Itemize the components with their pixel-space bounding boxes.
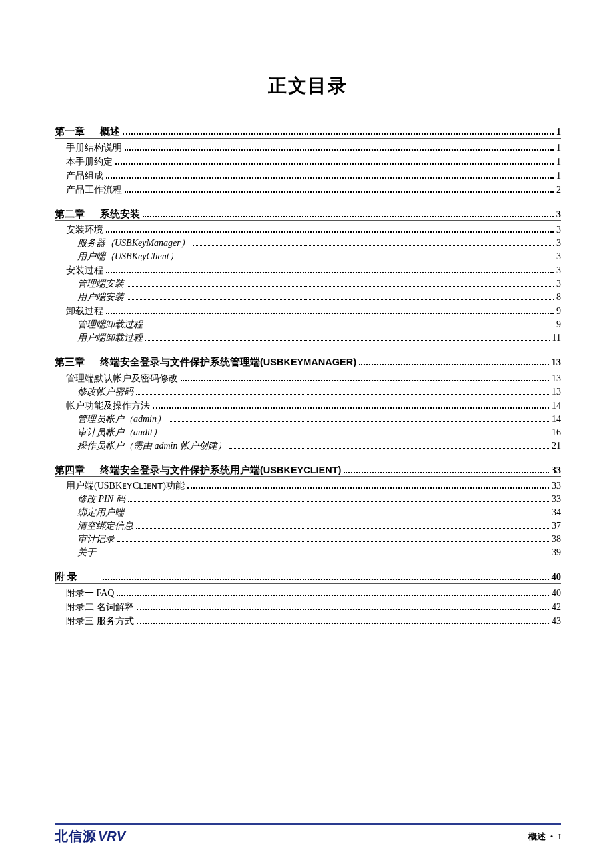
toc-row[interactable]: 管理端安装3 (77, 279, 561, 289)
toc-row[interactable]: 用户端(USBKᴇʏCʟɪᴇɴᴛ)功能33 (66, 481, 561, 491)
toc-row[interactable]: 附录一 FAQ40 (66, 589, 561, 598)
section-divider (55, 138, 561, 139)
leader-dots (125, 191, 554, 193)
toc-row[interactable]: 用户端（USBKeyClient）3 (77, 252, 561, 261)
leader-dots (128, 501, 549, 502)
toc-chapter-label: 第一章 (55, 127, 100, 137)
toc-entry-label: 修改帐户密码 (77, 387, 133, 397)
toc-page-number: 1 (556, 157, 561, 167)
toc-page-number: 9 (556, 307, 561, 316)
footer-rule (55, 823, 561, 825)
toc-entry-label: 用户端（USBKeyClient） (77, 252, 179, 261)
toc-entry-label: 产品组成 (66, 171, 103, 181)
toc-row[interactable]: 安装环境3 (66, 225, 561, 235)
leader-dots (127, 286, 554, 287)
toc-entry-label: 卸载过程 (66, 307, 103, 316)
toc-row[interactable]: 审计员帐户（audit）16 (77, 428, 561, 437)
leader-dots (106, 272, 554, 273)
toc-row[interactable]: 服务器（USBKeyManager）3 (77, 239, 561, 248)
toc-row[interactable]: 产品工作流程2 (66, 185, 561, 195)
toc-row[interactable]: 帐户功能及操作方法14 (66, 401, 561, 411)
leader-dots (117, 595, 549, 596)
leader-dots (115, 163, 554, 165)
toc-entry-label: 系统安装 (100, 209, 140, 219)
toc-row[interactable]: 第四章终端安全登录与文件保护系统用户端(USBKEYCLIENT)33 (55, 465, 561, 475)
toc-page-number: 3 (556, 279, 561, 289)
toc-page-number: 1 (556, 143, 561, 153)
toc-entry-label: 管理端卸载过程 (77, 320, 143, 329)
toc-row[interactable]: 安装过程3 (66, 266, 561, 275)
toc-row[interactable]: 第二章系统安装3 (55, 209, 561, 219)
toc-row[interactable]: 管理端卸载过程9 (77, 320, 561, 329)
toc-entry-label: 手册结构说明 (66, 143, 122, 153)
toc-row[interactable]: 管理员帐户（admin）14 (77, 415, 561, 424)
toc-row[interactable]: 关于39 (77, 548, 561, 557)
toc-page-number: 40 (552, 572, 562, 582)
toc-chapter-label: 第二章 (55, 209, 100, 219)
toc-row[interactable]: 用户端安装8 (77, 293, 561, 302)
toc-page-number: 1 (556, 127, 561, 137)
toc-row[interactable]: 附 录40 (55, 572, 561, 582)
toc-entry-label: 关于 (77, 548, 96, 557)
toc-entry-label: 用户端(USBKᴇʏCʟɪᴇɴᴛ)功能 (66, 481, 185, 491)
toc-title: 正文目录 (55, 73, 561, 99)
toc-entry-label: 附录二 名词解释 (66, 603, 134, 612)
leader-dots (169, 421, 549, 422)
toc-row[interactable]: 第一章概述1 (55, 127, 561, 137)
leader-dots (153, 407, 549, 409)
leader-dots (165, 435, 549, 435)
leader-dots (143, 216, 554, 217)
footer-page-number: I (558, 831, 561, 841)
toc-row[interactable]: 产品组成1 (66, 171, 561, 181)
toc-entry-label: 产品工作流程 (66, 185, 122, 195)
leader-dots (136, 528, 549, 529)
toc-row[interactable]: 修改帐户密码13 (77, 387, 561, 397)
leader-dots (344, 472, 548, 473)
toc-entry-label: 本手册约定 (66, 157, 113, 167)
toc-page-number: 42 (552, 603, 561, 612)
toc-page-number: 21 (552, 441, 561, 451)
footer-section: 概述 (528, 831, 546, 841)
leader-dots (117, 541, 549, 542)
leader-dots (127, 515, 549, 515)
toc-page-number: 3 (556, 252, 561, 261)
leader-dots (229, 448, 549, 449)
toc-page-number: 39 (552, 548, 561, 557)
brand-logo: 北信源 VRV (55, 827, 125, 845)
leader-dots (106, 177, 554, 179)
toc-row[interactable]: 附录二 名词解释42 (66, 603, 561, 612)
toc-row[interactable]: 第三章终端安全登录与文件保护系统管理端(USBKEYMANAGER)13 (55, 357, 561, 367)
brand-lat: VRV (98, 829, 125, 844)
toc-row[interactable]: 管理端默认帐户及密码修改13 (66, 374, 561, 383)
toc-page-number: 33 (552, 481, 561, 491)
toc-page-number: 16 (552, 428, 561, 437)
toc-page-number: 13 (552, 387, 561, 397)
toc-row[interactable]: 清空绑定信息37 (77, 521, 561, 531)
toc-row[interactable]: 手册结构说明1 (66, 143, 561, 153)
toc-entry-label: 清空绑定信息 (77, 521, 133, 531)
toc-page-number: 33 (552, 465, 562, 475)
toc-entry-label: 管理端安装 (77, 279, 124, 289)
toc-page-number: 34 (552, 508, 561, 517)
toc-entry-label: 附录三 服务方式 (66, 617, 134, 626)
toc-row[interactable]: 本手册约定1 (66, 157, 561, 167)
toc-row[interactable]: 附录三 服务方式43 (66, 617, 561, 626)
footer-page-indicator: 概述 • I (528, 831, 561, 843)
toc-row[interactable]: 修改 PIN 码33 (77, 495, 561, 504)
section-divider (55, 220, 561, 221)
section-divider (55, 369, 561, 369)
leader-dots (106, 313, 554, 314)
toc-page-number: 1 (556, 171, 561, 181)
toc-row[interactable]: 审计记录38 (77, 535, 561, 544)
toc-chapter-label: 第四章 (55, 465, 100, 475)
toc-row[interactable]: 卸载过程9 (66, 307, 561, 316)
leader-dots (193, 245, 554, 246)
toc-entry-label: 用户端安装 (77, 293, 124, 302)
leader-dots (181, 380, 549, 381)
toc-row[interactable]: 用户端卸载过程11 (77, 333, 561, 343)
page-footer: 北信源 VRV 概述 • I (55, 823, 561, 845)
toc-entry-label: 帐户功能及操作方法 (66, 401, 150, 411)
toc-entry-label: 管理端默认帐户及密码修改 (66, 374, 178, 383)
toc-row[interactable]: 绑定用户端34 (77, 508, 561, 517)
toc-row[interactable]: 操作员帐户（需由 admin 帐户创建）21 (77, 441, 561, 451)
